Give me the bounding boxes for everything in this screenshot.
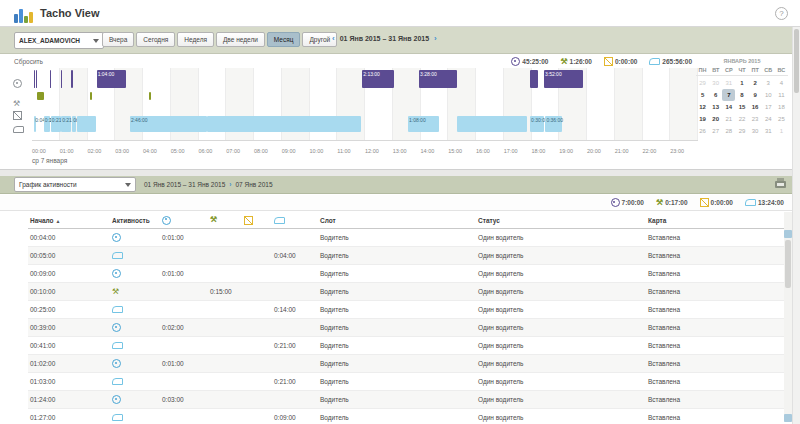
work-bar[interactable] xyxy=(149,92,151,100)
calendar-day[interactable]: 25 xyxy=(775,113,788,125)
table-row[interactable]: 00:09:000:01:00ВодительОдин водительВста… xyxy=(28,265,788,283)
calendar-day[interactable]: 30 xyxy=(749,125,762,137)
calendar-day[interactable]: 27 xyxy=(709,125,722,137)
table-row[interactable]: 00:39:000:02:00ВодительОдин водительВста… xyxy=(28,319,788,337)
rest-bar[interactable]: 0:36:00 xyxy=(545,116,562,132)
page-scroll-thumb[interactable] xyxy=(794,29,799,93)
col-slot[interactable]: Слот xyxy=(318,212,476,229)
calendar-day[interactable]: 3 xyxy=(762,77,775,89)
table-scroll-thumb[interactable] xyxy=(785,240,791,288)
col-rest[interactable] xyxy=(272,212,318,229)
col-drive[interactable] xyxy=(160,212,208,229)
table-row[interactable]: 01:27:000:09:00ВодительОдин водительВста… xyxy=(28,409,788,424)
view-select[interactable]: График активности xyxy=(14,177,136,192)
rest-bar[interactable]: 0:21:00 xyxy=(51,116,61,132)
calendar-day[interactable]: 11 xyxy=(775,89,788,101)
calendar-day[interactable]: 2 xyxy=(749,77,762,89)
period-button[interactable]: Вчера xyxy=(102,32,134,47)
drive-bar[interactable]: 3:28:00 xyxy=(419,70,456,88)
calendar-day[interactable]: 13 xyxy=(709,101,722,113)
print-icon[interactable] xyxy=(775,181,786,188)
drive-bar[interactable] xyxy=(34,70,35,88)
calendar-day[interactable]: 30 xyxy=(709,77,722,89)
calendar-day[interactable]: 1 xyxy=(775,125,788,137)
calendar-day[interactable]: 4 xyxy=(775,77,788,89)
work-bar[interactable] xyxy=(90,92,92,100)
rest-bar[interactable] xyxy=(77,116,96,132)
col-card[interactable]: Карта xyxy=(646,212,788,229)
rest-bar[interactable]: 0:14:00 xyxy=(44,116,50,132)
calendar-day[interactable]: 1 xyxy=(735,77,748,89)
col-activity[interactable]: Активность xyxy=(110,212,160,229)
calendar-day[interactable]: 26 xyxy=(696,125,709,137)
calendar-day[interactable]: 31 xyxy=(722,77,735,89)
calendar-day[interactable]: 12 xyxy=(696,101,709,113)
calendar-day[interactable]: 14 xyxy=(722,101,735,113)
drive-bar[interactable] xyxy=(61,70,62,88)
table-row[interactable]: 00:04:000:01:00ВодительОдин водительВста… xyxy=(28,229,788,247)
driver-select[interactable]: ALEX_ADAMOVICH xyxy=(14,32,104,49)
scroll-up-icon[interactable] xyxy=(784,230,792,238)
col-work[interactable]: ⚒ xyxy=(208,212,242,229)
table-row[interactable]: 00:05:000:04:00ВодительОдин водительВста… xyxy=(28,247,788,265)
table-row[interactable]: 01:24:000:03:00ВодительОдин водительВста… xyxy=(28,391,788,409)
calendar-day[interactable]: 15 xyxy=(735,101,748,113)
calendar-day[interactable]: 29 xyxy=(735,125,748,137)
drive-bar[interactable] xyxy=(71,70,73,88)
drive-bar[interactable] xyxy=(36,70,37,88)
col-status[interactable]: Статус xyxy=(476,212,646,229)
calendar-day[interactable]: 20 xyxy=(709,113,722,125)
calendar-day[interactable]: 31 xyxy=(762,125,775,137)
rest-bar[interactable]: 0:09:00 xyxy=(72,116,76,132)
rest-bar[interactable]: 1:08:00 xyxy=(408,116,439,132)
calendar-day[interactable]: 19 xyxy=(696,113,709,125)
calendar-day[interactable]: 5 xyxy=(696,89,709,101)
rest-bar[interactable]: 0:21:00 xyxy=(61,116,71,132)
table-row[interactable]: 00:10:00⚒0:15:00ВодительОдин водительВст… xyxy=(28,283,788,301)
col-start[interactable]: Начало▲ xyxy=(28,212,110,229)
table-row[interactable]: 01:02:000:01:00ВодительОдин водительВста… xyxy=(28,355,788,373)
drive-bar[interactable]: 2:13:00 xyxy=(362,70,394,88)
calendar-day[interactable]: 29 xyxy=(696,77,709,89)
rest-bar[interactable]: 2:46:00 xyxy=(130,116,207,132)
calendar-day[interactable]: 10 xyxy=(762,89,775,101)
table-row[interactable]: 00:25:000:14:00ВодительОдин водительВста… xyxy=(28,301,788,319)
drive-bar[interactable]: 3:52:00 xyxy=(544,70,583,88)
reset-link[interactable]: Сбросить xyxy=(14,58,43,65)
calendar-day[interactable]: 9 xyxy=(749,89,762,101)
period-button[interactable]: Месяц xyxy=(267,32,301,47)
calendar-day[interactable]: 22 xyxy=(735,113,748,125)
calendar-day[interactable]: 24 xyxy=(762,113,775,125)
calendar-day[interactable]: 23 xyxy=(749,113,762,125)
work-bar[interactable] xyxy=(37,92,44,100)
timeline-chart[interactable]: 1:04:002:13:003:28:003:52:000:04:000:14:… xyxy=(32,68,698,154)
drive-bar[interactable]: 1:04:00 xyxy=(97,70,127,88)
rest-bar[interactable]: 0:30:00 xyxy=(530,116,544,132)
rest-bar[interactable] xyxy=(207,116,361,132)
rest-bar[interactable] xyxy=(457,116,528,132)
next-range-arrow-icon[interactable]: › xyxy=(434,35,437,42)
breadcrumb-range[interactable]: 01 Янв 2015 – 31 Янв 2015 xyxy=(144,181,225,188)
calendar-day[interactable]: 17 xyxy=(762,101,775,113)
col-avail[interactable] xyxy=(242,212,272,229)
scroll-down-icon[interactable] xyxy=(784,414,792,422)
calendar-day[interactable]: 7 xyxy=(722,89,735,101)
calendar-day[interactable]: 8 xyxy=(735,89,748,101)
calendar-day[interactable]: 28 xyxy=(722,125,735,137)
calendar-day[interactable]: 16 xyxy=(749,101,762,113)
table-row[interactable]: 01:03:000:21:00ВодительОдин водительВста… xyxy=(28,373,788,391)
drive-bar[interactable] xyxy=(530,70,538,88)
calendar-day[interactable]: 6 xyxy=(709,89,722,101)
drive-bar[interactable] xyxy=(50,70,51,88)
period-button[interactable]: Неделя xyxy=(177,32,214,47)
page-scrollbar[interactable] xyxy=(792,27,800,424)
calendar-day[interactable]: 18 xyxy=(775,101,788,113)
period-button[interactable]: Две недели xyxy=(216,32,265,47)
table-row[interactable]: 00:41:000:21:00ВодительОдин водительВста… xyxy=(28,337,788,355)
table-scrollbar[interactable] xyxy=(784,212,792,422)
period-button[interactable]: Сегодня xyxy=(136,32,175,47)
prev-range-arrow-icon[interactable]: ‹ xyxy=(332,35,335,42)
rest-bar[interactable]: 0:04:00 xyxy=(34,116,36,132)
help-icon[interactable]: ? xyxy=(775,7,788,20)
calendar-day[interactable]: 21 xyxy=(722,113,735,125)
